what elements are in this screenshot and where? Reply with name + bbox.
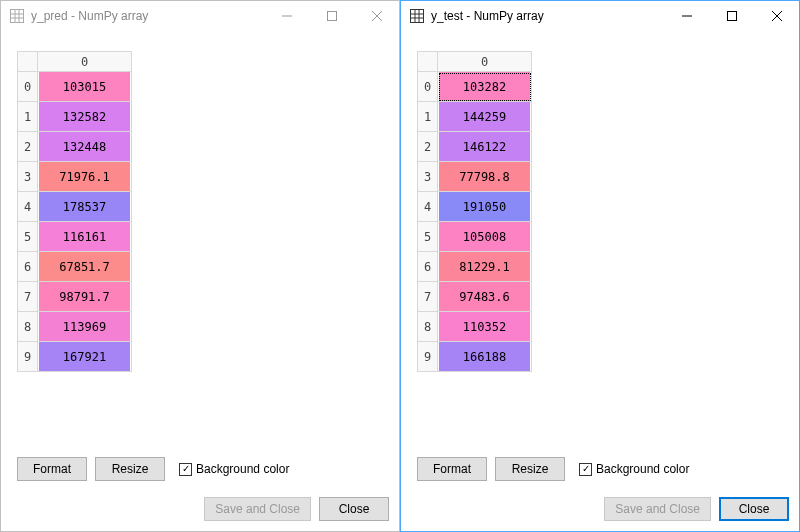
format-button[interactable]: Format <box>17 457 87 481</box>
svg-rect-6 <box>327 12 336 21</box>
titlebar[interactable]: y_pred - NumPy array <box>1 1 399 31</box>
checkbox-icon: ✓ <box>579 463 592 476</box>
save-and-close-button: Save and Close <box>604 497 711 521</box>
row-header[interactable]: 6 <box>18 252 38 282</box>
row-header[interactable]: 2 <box>418 132 438 162</box>
row-header[interactable]: 0 <box>418 72 438 102</box>
window-w_pred: y_pred - NumPy array 0 0 103015 1 132582… <box>0 0 400 532</box>
bgcolor-label: Background color <box>596 462 689 476</box>
svg-rect-9 <box>411 10 424 23</box>
cell-value: 81229.1 <box>439 252 530 281</box>
cell-value: 178537 <box>39 192 130 221</box>
cell-value: 98791.7 <box>39 282 130 311</box>
bgcolor-checkbox[interactable]: ✓ Background color <box>579 462 689 476</box>
bgcolor-checkbox[interactable]: ✓ Background color <box>179 462 289 476</box>
row-header[interactable]: 8 <box>18 312 38 342</box>
array-cell[interactable]: 103282 <box>438 72 532 102</box>
array-cell[interactable]: 110352 <box>438 312 532 342</box>
cell-value: 77798.8 <box>439 162 530 191</box>
array-cell[interactable]: 166188 <box>438 342 532 372</box>
cell-value: 105008 <box>439 222 530 251</box>
array-cell[interactable]: 191050 <box>438 192 532 222</box>
cell-value: 146122 <box>439 132 530 161</box>
bgcolor-label: Background color <box>196 462 289 476</box>
format-button[interactable]: Format <box>417 457 487 481</box>
cell-value: 116161 <box>39 222 130 251</box>
row-header[interactable]: 2 <box>18 132 38 162</box>
resize-button[interactable]: Resize <box>495 457 565 481</box>
array-cell[interactable]: 81229.1 <box>438 252 532 282</box>
cell-value: 132448 <box>39 132 130 161</box>
row-header[interactable]: 1 <box>418 102 438 132</box>
array-cell[interactable]: 146122 <box>438 132 532 162</box>
save-and-close-button: Save and Close <box>204 497 311 521</box>
cell-value: 103015 <box>39 72 130 101</box>
row-header[interactable]: 7 <box>418 282 438 312</box>
footer: Save and Close Close <box>1 491 399 531</box>
cell-value: 71976.1 <box>39 162 130 191</box>
maximize-button[interactable] <box>309 1 354 31</box>
row-header[interactable]: 3 <box>418 162 438 192</box>
array-cell[interactable]: 67851.7 <box>38 252 132 282</box>
close-window-button[interactable] <box>354 1 399 31</box>
close-button[interactable]: Close <box>719 497 789 521</box>
array-cell[interactable]: 105008 <box>438 222 532 252</box>
row-header[interactable]: 5 <box>18 222 38 252</box>
array-cell[interactable]: 103015 <box>38 72 132 102</box>
array-cell[interactable]: 113969 <box>38 312 132 342</box>
row-header[interactable]: 4 <box>418 192 438 222</box>
row-header[interactable]: 7 <box>18 282 38 312</box>
column-header[interactable]: 0 <box>38 52 132 72</box>
toolbar: Format Resize ✓ Background color <box>417 449 783 481</box>
svg-rect-0 <box>11 10 24 23</box>
cell-value: 110352 <box>439 312 530 341</box>
cell-value: 144259 <box>439 102 530 131</box>
row-header[interactable]: 8 <box>418 312 438 342</box>
cell-value: 113969 <box>39 312 130 341</box>
row-header[interactable]: 3 <box>18 162 38 192</box>
row-header[interactable]: 9 <box>18 342 38 372</box>
array-grid: 0 0 103282 1 144259 2 146122 3 77798.8 4 <box>417 51 783 443</box>
array-cell[interactable]: 144259 <box>438 102 532 132</box>
array-cell[interactable]: 98791.7 <box>38 282 132 312</box>
array-cell[interactable]: 71976.1 <box>38 162 132 192</box>
cell-value: 132582 <box>39 102 130 131</box>
maximize-button[interactable] <box>709 1 754 31</box>
row-header[interactable]: 0 <box>18 72 38 102</box>
svg-rect-15 <box>727 12 736 21</box>
resize-button[interactable]: Resize <box>95 457 165 481</box>
window-title: y_test - NumPy array <box>431 9 544 23</box>
content-area: 0 0 103282 1 144259 2 146122 3 77798.8 4 <box>401 31 799 491</box>
array-cell[interactable]: 116161 <box>38 222 132 252</box>
table-icon <box>9 8 25 24</box>
array-cell[interactable]: 178537 <box>38 192 132 222</box>
footer: Save and Close Close <box>401 491 799 531</box>
cell-value: 166188 <box>439 342 530 371</box>
minimize-button[interactable] <box>664 1 709 31</box>
corner-header <box>418 52 438 72</box>
column-header[interactable]: 0 <box>438 52 532 72</box>
row-header[interactable]: 5 <box>418 222 438 252</box>
array-cell[interactable]: 97483.6 <box>438 282 532 312</box>
close-button[interactable]: Close <box>319 497 389 521</box>
array-cell[interactable]: 132582 <box>38 102 132 132</box>
array-cell[interactable]: 167921 <box>38 342 132 372</box>
titlebar[interactable]: y_test - NumPy array <box>401 1 799 31</box>
array-cell[interactable]: 132448 <box>38 132 132 162</box>
table-icon <box>409 8 425 24</box>
row-header[interactable]: 6 <box>418 252 438 282</box>
cell-value: 103282 <box>439 72 530 101</box>
array-grid: 0 0 103015 1 132582 2 132448 3 71976.1 4 <box>17 51 383 443</box>
array-cell[interactable]: 77798.8 <box>438 162 532 192</box>
cell-value: 167921 <box>39 342 130 371</box>
cell-value: 67851.7 <box>39 252 130 281</box>
toolbar: Format Resize ✓ Background color <box>17 449 383 481</box>
minimize-button[interactable] <box>264 1 309 31</box>
row-header[interactable]: 9 <box>418 342 438 372</box>
content-area: 0 0 103015 1 132582 2 132448 3 71976.1 4 <box>1 31 399 491</box>
cell-value: 191050 <box>439 192 530 221</box>
row-header[interactable]: 4 <box>18 192 38 222</box>
close-window-button[interactable] <box>754 1 799 31</box>
row-header[interactable]: 1 <box>18 102 38 132</box>
corner-header <box>18 52 38 72</box>
